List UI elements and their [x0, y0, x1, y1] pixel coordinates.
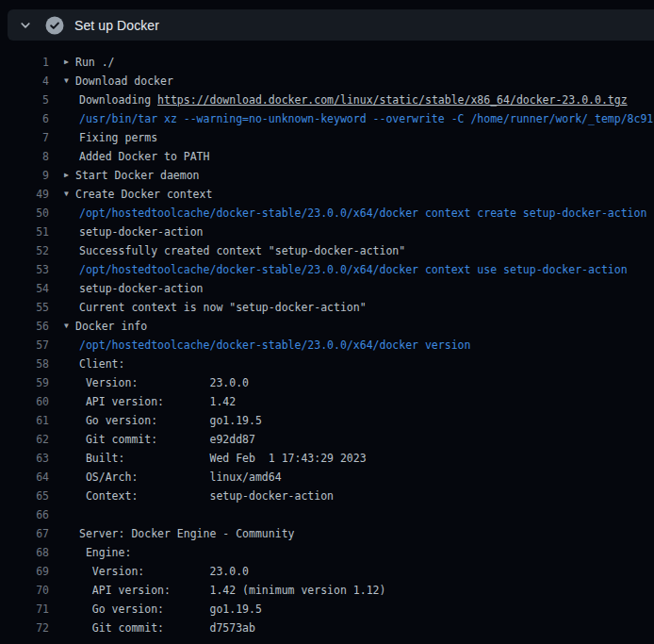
line-number[interactable]: 8 — [0, 150, 49, 163]
log-line-text: Version: 23.0.0 — [79, 565, 249, 578]
line-number[interactable]: 71 — [0, 603, 49, 616]
line-number[interactable]: 60 — [0, 395, 49, 408]
chevron-down-icon[interactable] — [19, 19, 32, 32]
log-row: 8Added Docker to PATH — [0, 147, 654, 166]
log-row: 65 Context: setup-docker-action — [0, 487, 654, 505]
line-number[interactable]: 50 — [0, 206, 49, 220]
log-line-text: Git commit: d7573ab — [79, 621, 255, 635]
line-number[interactable]: 51 — [0, 225, 49, 239]
log-line-text: Version: 23.0.0 — [79, 376, 249, 389]
log-row: 62 Git commit: e92dd87 — [0, 430, 654, 449]
log-row: 66 — [0, 505, 654, 524]
log-line-text: setup-docker-action — [79, 225, 204, 239]
log-command-text: /opt/hostedtoolcache/docker-stable/23.0.… — [79, 206, 646, 220]
line-number[interactable]: 62 — [0, 433, 49, 446]
log-row: 52Successfully created context "setup-do… — [0, 241, 654, 260]
log-line-text: Fixing perms — [79, 131, 157, 144]
group-collapsed-icon[interactable]: ▶ — [64, 166, 75, 185]
log-row[interactable]: 56▼Docker info — [0, 317, 654, 336]
line-number[interactable]: 57 — [0, 339, 49, 352]
line-number[interactable]: 55 — [0, 301, 49, 314]
line-number[interactable]: 64 — [0, 471, 49, 484]
line-number[interactable]: 65 — [0, 489, 49, 503]
group-title[interactable]: Docker info — [75, 320, 147, 333]
line-number[interactable]: 66 — [0, 508, 49, 521]
line-number[interactable]: 63 — [0, 452, 49, 465]
log-output: 1▶Run ./4▼Download docker5Downloading ht… — [0, 53, 654, 637]
log-line-text: Added Docker to PATH — [79, 150, 209, 163]
log-row: 64 OS/Arch: linux/amd64 — [0, 468, 654, 487]
group-title[interactable]: Download docker — [75, 74, 173, 88]
group-title[interactable]: Start Docker daemon — [75, 169, 200, 182]
log-line-text: Go version: go1.19.5 — [79, 414, 262, 427]
log-row: 63 Built: Wed Feb 1 17:43:29 2023 — [0, 449, 654, 468]
log-row[interactable]: 4▼Download docker — [0, 72, 654, 91]
line-number[interactable]: 7 — [0, 131, 49, 144]
line-number[interactable]: 56 — [0, 320, 49, 333]
log-line-text: API version: 1.42 (minimum version 1.12) — [79, 584, 385, 597]
log-row: 55Current context is now "setup-docker-a… — [0, 298, 654, 317]
line-number[interactable]: 59 — [0, 376, 49, 389]
actions-log-viewer: { "header": { "title": "Set up Docker", … — [0, 0, 654, 644]
log-row: 59 Version: 23.0.0 — [0, 373, 654, 392]
log-row: 58Client: — [0, 355, 654, 373]
log-line-text: Successfully created context "setup-dock… — [79, 244, 405, 257]
log-row: 67Server: Docker Engine - Community — [0, 524, 654, 543]
log-line-text: API version: 1.42 — [79, 395, 236, 408]
log-row: 5Downloading https://download.docker.com… — [0, 91, 654, 109]
line-number[interactable]: 1 — [0, 56, 49, 69]
line-number[interactable]: 70 — [0, 584, 49, 597]
log-row: 50/opt/hostedtoolcache/docker-stable/23.… — [0, 204, 654, 223]
line-number[interactable]: 9 — [0, 169, 49, 182]
log-row[interactable]: 49▼Create Docker context — [0, 185, 654, 204]
line-number[interactable]: 68 — [0, 546, 49, 559]
log-line-text: Client: — [79, 357, 124, 371]
log-row: 71 Go version: go1.19.5 — [0, 600, 654, 619]
log-row: 51setup-docker-action — [0, 223, 654, 241]
line-number[interactable]: 4 — [0, 74, 49, 88]
line-number[interactable]: 6 — [0, 112, 49, 125]
log-line-text: Built: Wed Feb 1 17:43:29 2023 — [79, 452, 367, 465]
group-title[interactable]: Run ./ — [75, 56, 115, 69]
group-expanded-icon[interactable]: ▼ — [64, 185, 75, 204]
log-row: 68 Engine: — [0, 543, 654, 562]
log-line-text: Context: setup-docker-action — [79, 489, 334, 503]
group-expanded-icon[interactable]: ▼ — [64, 72, 75, 91]
log-row[interactable]: 9▶Start Docker daemon — [0, 166, 654, 185]
line-number[interactable]: 49 — [0, 188, 49, 201]
log-line-text: Git commit: e92dd87 — [79, 433, 255, 446]
line-number[interactable]: 5 — [0, 93, 49, 107]
group-expanded-icon[interactable]: ▼ — [64, 317, 75, 336]
download-url-link[interactable]: https://download.docker.com/linux/static… — [157, 93, 628, 107]
log-command-text: /opt/hostedtoolcache/docker-stable/23.0.… — [79, 339, 470, 352]
log-row[interactable]: 1▶Run ./ — [0, 53, 654, 72]
log-row: 61 Go version: go1.19.5 — [0, 411, 654, 430]
log-row: 60 API version: 1.42 — [0, 392, 654, 411]
step-title: Set up Docker — [74, 18, 159, 33]
log-line-text: Downloading https://download.docker.com/… — [79, 93, 628, 107]
line-number[interactable]: 69 — [0, 565, 49, 578]
log-line-text: Engine: — [79, 546, 131, 559]
log-line-text: Go version: go1.19.5 — [79, 603, 262, 616]
step-header[interactable]: Set up Docker — [8, 9, 654, 41]
log-row: 6/usr/bin/tar xz --warning=no-unknown-ke… — [0, 109, 654, 128]
log-row: 57/opt/hostedtoolcache/docker-stable/23.… — [0, 336, 654, 355]
line-number[interactable]: 72 — [0, 621, 49, 635]
log-line-text: Current context is now "setup-docker-act… — [79, 301, 367, 314]
line-number[interactable]: 61 — [0, 414, 49, 427]
line-number[interactable]: 54 — [0, 282, 49, 295]
log-line-text: setup-docker-action — [79, 282, 204, 295]
log-row: 7Fixing perms — [0, 128, 654, 147]
line-number[interactable]: 53 — [0, 263, 49, 276]
line-number[interactable]: 67 — [0, 527, 49, 540]
log-row: 53/opt/hostedtoolcache/docker-stable/23.… — [0, 260, 654, 279]
group-title[interactable]: Create Docker context — [75, 188, 212, 201]
log-line-text: OS/Arch: linux/amd64 — [79, 471, 282, 484]
check-circle-icon — [45, 16, 64, 35]
log-line-prefix: Downloading — [79, 93, 157, 107]
log-row: 69 Version: 23.0.0 — [0, 562, 654, 581]
line-number[interactable]: 52 — [0, 244, 49, 257]
log-command-text: /usr/bin/tar xz --warning=no-unknown-key… — [79, 112, 653, 125]
group-collapsed-icon[interactable]: ▶ — [64, 53, 75, 72]
line-number[interactable]: 58 — [0, 357, 49, 371]
